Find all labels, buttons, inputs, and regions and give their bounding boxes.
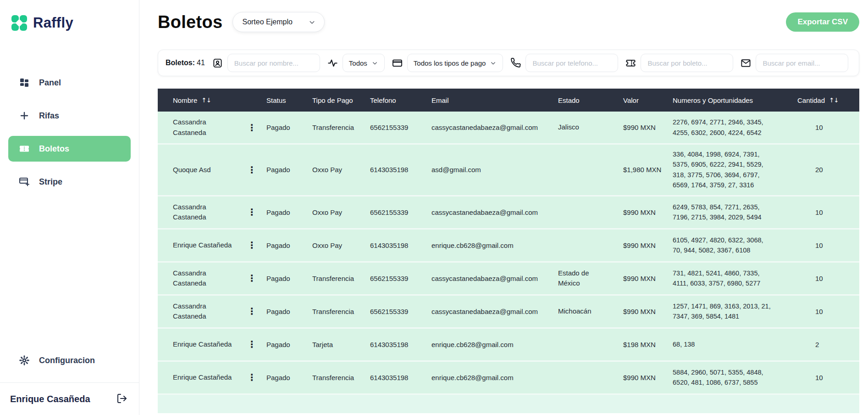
gear-icon [19,355,30,366]
sidebar-item-configuracion[interactable]: Configuracion [8,348,131,373]
sidebar-item-panel[interactable]: Panel [8,70,131,95]
export-csv-button[interactable]: Exportar CSV [786,12,859,32]
kebab-icon: ⋮ [247,306,256,317]
user-row: Enrique Casañeda [0,383,139,409]
cell-email: enrique.cb628@gmail.com [430,241,554,249]
cell-email: cassycastanedabaeza@gmail.com [430,275,554,282]
row-menu-button[interactable]: ⋮ [244,240,259,251]
table-row: Cassandra Castaneda ⋮ Pagado Transferenc… [158,296,859,329]
cell-valor: $990 MXN [622,275,671,282]
credit-card-icon [392,58,403,68]
cell-cantidad: 10 [796,123,859,131]
kebab-icon: ⋮ [247,122,256,133]
cell-nombre: Quoque Asd [158,165,232,175]
cell-valor: $1,980 MXN [622,166,671,174]
cell-telefono: 6562155339 [369,208,430,216]
cell-tipo-pago: Transferencia [311,275,369,282]
cell-email: asd@gmail.com [430,166,554,174]
search-name-input[interactable] [227,54,320,72]
row-menu-button[interactable]: ⋮ [244,273,259,284]
search-ticket-input[interactable] [641,54,733,72]
sidebar: Raffly Panel Rifas Boletos [0,0,139,415]
table-header: Nombre ↑↓ Status Tipo de Pago Telefono E… [158,89,859,112]
column-header-valor: Valor [622,96,671,104]
sidebar-item-rifas[interactable]: Rifas [8,103,131,129]
sidebar-item-label: Panel [39,78,61,88]
cell-telefono: 6562155339 [369,123,430,131]
table-row: Cassandra Castaneda ⋮ Pagado Oxxo Pay 65… [158,196,859,230]
cell-status: Pagado [265,341,311,348]
cell-status: Pagado [265,166,311,174]
column-header-telefono: Telefono [369,96,430,104]
kebab-icon: ⋮ [247,164,256,175]
cell-tipo-pago: Oxxo Pay [311,166,369,174]
cell-email: cassycastanedabaeza@gmail.com [430,123,554,131]
cell-tipo-pago: Transferencia [311,374,369,381]
sidebar-item-label: Stripe [39,177,62,187]
payment-type-filter-select[interactable]: Todos los tipos de pago [407,54,503,72]
search-phone-input[interactable] [525,54,618,72]
row-menu-button[interactable]: ⋮ [244,372,259,383]
cell-estado: Michoacán [557,306,603,317]
cell-cantidad: 2 [796,341,859,348]
row-menu-button[interactable]: ⋮ [244,306,259,317]
column-header-nombre[interactable]: Nombre ↑↓ [158,96,243,104]
cell-actions: ⋮ [243,122,265,133]
cell-actions: ⋮ [243,339,265,350]
status-filter-select[interactable]: Todos [343,54,385,72]
cell-actions: ⋮ [243,207,265,218]
table-row: Enrique Castañeda ⋮ Pagado Transferencia… [158,362,859,395]
cell-status: Pagado [265,308,311,315]
cell-numeros: 2276, 6974, 2771, 2946, 3345, 4255, 6302… [671,117,796,138]
ticket-icon [625,58,636,68]
cell-valor: $990 MXN [622,208,671,216]
sidebar-item-boletos[interactable]: Boletos [8,136,131,162]
raffly-logo-icon [10,14,28,32]
tickets-count: Boletos:41 [166,59,205,67]
cell-actions: ⋮ [243,240,265,251]
cell-actions: ⋮ [243,164,265,175]
cell-telefono: 6143035198 [369,166,430,174]
page-header: Boletos Sorteo Ejemplo Exportar CSV [158,12,859,32]
cell-status: Pagado [265,275,311,282]
app-root: Raffly Panel Rifas Boletos [0,0,868,415]
cell-numeros: 68, 138 [671,339,796,349]
cell-nombre: Enrique Castañeda [158,339,232,350]
row-menu-button[interactable]: ⋮ [244,122,259,133]
cell-estado: Jalisco [557,122,603,133]
sidebar-item-label: Boletos [39,144,69,154]
cell-actions: ⋮ [243,372,265,383]
tickets-count-label: Boletos: [166,59,195,67]
pulse-icon [327,58,338,68]
column-label: Nombre [173,96,197,104]
cell-actions: ⋮ [243,306,265,317]
raffle-selector[interactable]: Sorteo Ejemplo [232,12,324,32]
row-menu-button[interactable]: ⋮ [244,164,259,175]
boletos-table: Nombre ↑↓ Status Tipo de Pago Telefono E… [158,89,859,413]
cell-valor: $990 MXN [622,241,671,249]
cell-telefono: 6143035198 [369,341,430,348]
cell-cantidad: 20 [796,166,859,174]
row-menu-button[interactable]: ⋮ [244,207,259,218]
cell-email: cassycastanedabaeza@gmail.com [430,208,554,216]
column-header-estado: Estado [557,96,622,104]
chevron-down-icon [490,60,497,67]
kebab-icon: ⋮ [247,240,256,251]
cell-tipo-pago: Transferencia [311,308,369,315]
sidebar-item-label: Configuracion [39,356,95,365]
column-header-tipo-pago: Tipo de Pago [311,96,369,104]
cell-status: Pagado [265,123,311,131]
logout-button[interactable] [116,393,128,405]
cell-nombre: Cassandra Castaneda [158,301,232,322]
sort-icon: ↑↓ [201,96,211,104]
cell-cantidad: 10 [796,275,859,282]
table-row: Cassandra Castaneda ⋮ Pagado Transferenc… [158,112,859,145]
tickets-count-value: 41 [197,59,205,67]
cell-telefono: 6143035198 [369,374,430,381]
column-header-cantidad[interactable]: Cantidad ↑↓ [796,96,859,104]
search-email-input[interactable] [756,54,848,72]
sidebar-bottom: Configuracion Enrique Casañeda [0,348,139,409]
cell-status: Pagado [265,208,311,216]
row-menu-button[interactable]: ⋮ [244,339,259,350]
sidebar-item-stripe[interactable]: Stripe [8,169,131,195]
